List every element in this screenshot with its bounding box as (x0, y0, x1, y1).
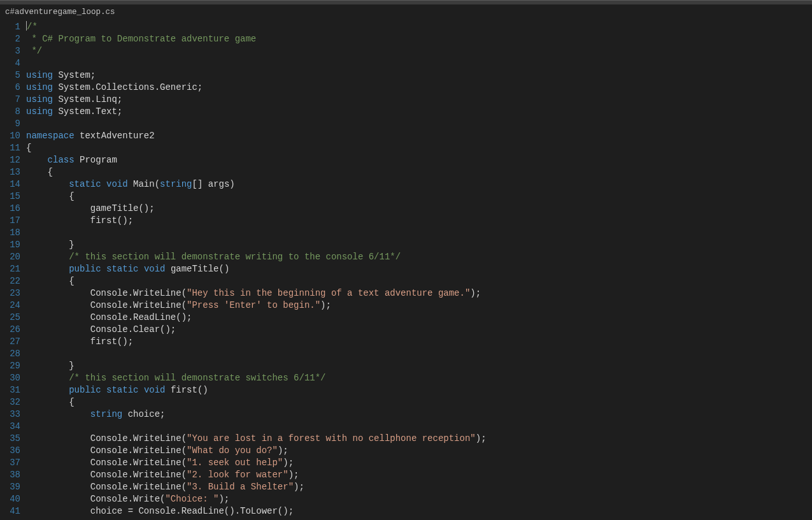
code-line[interactable]: /* this section will demonstrate switche… (26, 372, 812, 384)
code-line[interactable]: * C# Program to Demonstrate adventure ga… (26, 33, 812, 45)
token-text (26, 385, 69, 395)
code-line[interactable]: using System.Collections.Generic; (26, 82, 812, 94)
code-line[interactable]: { (26, 142, 812, 154)
token-text: } (26, 361, 75, 371)
code-line[interactable]: first(); (26, 215, 812, 227)
token-text: Console.WriteLine( (26, 300, 187, 310)
token-text: ); (476, 433, 487, 444)
line-number: 25 (0, 312, 20, 324)
code-line[interactable]: Console.ReadLine(); (26, 312, 812, 324)
token-comment: /* this section will demonstrate switche… (69, 373, 325, 383)
code-line[interactable]: string choice; (26, 408, 812, 421)
line-number: 27 (0, 336, 20, 348)
token-text: first(); (26, 336, 133, 347)
line-number: 41 (0, 505, 20, 517)
token-text: first(); (26, 215, 133, 226)
token-text (138, 385, 143, 395)
code-line[interactable]: Console.WriteLine("What do you do?"); (26, 445, 812, 457)
line-number: 12 (0, 154, 20, 166)
code-line[interactable]: public static void first() (26, 384, 812, 396)
code-line[interactable]: Console.WriteLine("3. Build a Shelter"); (26, 481, 812, 493)
line-number: 8 (0, 106, 20, 118)
token-text: first() (165, 385, 208, 395)
line-number: 31 (0, 384, 20, 396)
token-text: ); (470, 288, 481, 298)
code-line[interactable]: /* this section will demonstrate writing… (26, 251, 812, 263)
line-number: 10 (0, 130, 20, 142)
code-line[interactable]: { (26, 166, 812, 178)
code-area[interactable]: /* * C# Program to Demonstrate adventure… (24, 20, 812, 520)
token-string: "Press 'Enter' to begin." (187, 300, 320, 310)
code-line[interactable]: Console.WriteLine("2. look for water"); (26, 469, 812, 481)
token-text: ); (320, 300, 331, 310)
code-line[interactable] (26, 57, 812, 69)
line-number: 28 (0, 348, 20, 360)
code-line[interactable]: { (26, 191, 812, 203)
code-line[interactable]: Console.WriteLine("Press 'Enter' to begi… (26, 300, 812, 312)
code-line[interactable]: using System.Text; (26, 106, 812, 118)
code-line[interactable]: { (26, 396, 812, 408)
code-line[interactable]: */ (26, 45, 812, 57)
code-editor[interactable]: 1234567891011121314151617181920212223242… (0, 20, 812, 520)
token-string: "Choice: " (165, 494, 218, 504)
code-line[interactable]: gameTitle(); (26, 203, 812, 215)
code-line[interactable]: Console.WriteLine("1. seek out help"); (26, 457, 812, 469)
token-text: { (26, 191, 75, 201)
code-line[interactable]: using System.Linq; (26, 94, 812, 106)
token-text (101, 385, 106, 395)
code-line[interactable]: namespace textAdventure2 (26, 130, 812, 142)
code-line[interactable]: } (26, 360, 812, 372)
code-line[interactable] (26, 227, 812, 239)
code-line[interactable]: } (26, 239, 812, 251)
line-number: 3 (0, 45, 20, 57)
token-keyword: using (26, 94, 53, 105)
code-line[interactable] (26, 348, 812, 360)
line-number: 34 (0, 421, 20, 433)
token-text: Console.Clear(); (26, 324, 176, 335)
token-type: string (160, 179, 192, 189)
code-line[interactable]: Console.Write("Choice: "); (26, 493, 812, 505)
token-keyword: using (26, 70, 53, 80)
token-text (138, 264, 143, 274)
token-text: ); (278, 445, 288, 456)
code-line[interactable]: /* (26, 21, 812, 33)
code-line[interactable] (26, 118, 812, 130)
code-line[interactable]: static void Main(string[] args) (26, 178, 812, 191)
line-number: 22 (0, 275, 20, 287)
line-number: 6 (0, 82, 20, 94)
token-keyword: void (144, 264, 166, 274)
token-text: Console.WriteLine( (26, 482, 187, 492)
token-text: { (26, 397, 75, 407)
token-keyword: static (106, 385, 138, 395)
token-text: System; (53, 70, 96, 80)
code-line[interactable]: public static void gameTitle() (26, 263, 812, 275)
line-number: 11 (0, 142, 20, 154)
code-line[interactable]: class Program (26, 154, 812, 166)
token-text: Console.Write( (26, 494, 165, 504)
token-string: "What do you do?" (187, 445, 278, 456)
code-line[interactable] (26, 421, 812, 433)
token-keyword: void (106, 179, 128, 189)
code-line[interactable]: { (26, 275, 812, 287)
token-string: "1. seek out help" (187, 458, 283, 468)
token-text: ); (218, 494, 229, 504)
code-line[interactable]: choice = Console.ReadLine().ToLower(); (26, 505, 812, 517)
code-line[interactable]: first(); (26, 336, 812, 348)
code-line[interactable]: Console.WriteLine("Hey this in the begin… (26, 287, 812, 300)
tab-file[interactable]: c#adventuregame_loop.cs (1, 4, 122, 20)
line-number: 38 (0, 469, 20, 481)
token-comment: /* (27, 22, 38, 32)
token-text: textAdventure2 (75, 131, 155, 141)
token-keyword: using (26, 106, 53, 117)
code-line[interactable]: Console.WriteLine("You are lost in a for… (26, 433, 812, 445)
token-text: [] args) (192, 179, 235, 189)
token-text (26, 179, 69, 189)
code-line[interactable]: Console.Clear(); (26, 324, 812, 336)
token-text: Console.WriteLine( (26, 458, 187, 468)
line-number: 13 (0, 166, 20, 178)
line-number-gutter: 1234567891011121314151617181920212223242… (0, 20, 24, 520)
token-keyword: public (69, 385, 101, 395)
token-text (101, 179, 106, 189)
code-line[interactable]: using System; (26, 69, 812, 82)
token-text: choice; (122, 409, 165, 419)
